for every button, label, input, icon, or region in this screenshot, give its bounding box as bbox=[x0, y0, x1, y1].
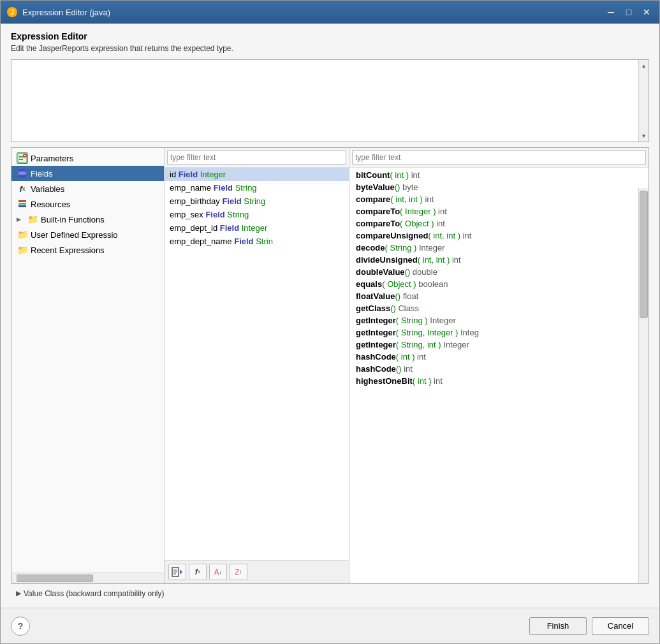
field-emp-sex[interactable]: emp_sex Field String bbox=[165, 208, 349, 221]
expand-arrow: ▶ bbox=[17, 216, 24, 223]
variables-icon: fx bbox=[17, 183, 28, 194]
right-scrollbar[interactable] bbox=[638, 188, 649, 583]
middle-filter-input[interactable] bbox=[167, 150, 346, 165]
recent-label: Recent Expressions bbox=[31, 245, 105, 255]
resources-label: Resources bbox=[31, 200, 70, 209]
field-emp-dept-id[interactable]: emp_dept_id Field Integer bbox=[165, 221, 349, 235]
svg-text:J: J bbox=[10, 9, 14, 16]
title-bar: J Expression Editor (java) ─ □ ✕ bbox=[1, 1, 659, 24]
title-controls: ─ □ ✕ bbox=[603, 5, 654, 19]
scroll-up-arrow[interactable]: ▲ bbox=[640, 61, 649, 70]
method-doublevalue[interactable]: doubleValue() double bbox=[349, 266, 649, 278]
method-compareto-object[interactable]: compareTo( Object ) int bbox=[349, 217, 649, 230]
params-label: Parameters bbox=[31, 154, 73, 163]
method-getinteger-string-int[interactable]: getInteger( String, int ) Integer bbox=[349, 339, 649, 351]
svg-marker-18 bbox=[180, 569, 182, 574]
method-hashcode-int[interactable]: hashCode( int ) int bbox=[349, 351, 649, 363]
method-equals[interactable]: equals( Object ) boolean bbox=[349, 278, 649, 290]
action-buttons: Finish Cancel bbox=[529, 617, 649, 635]
method-getinteger-string-integer[interactable]: getInteger( String, Integer ) Integ bbox=[349, 326, 649, 339]
expression-button[interactable]: fx bbox=[189, 564, 207, 580]
params-icon bbox=[17, 152, 28, 164]
method-hashcode[interactable]: hashCode() int bbox=[349, 363, 649, 375]
method-compare[interactable]: compare( int, int ) int bbox=[349, 193, 649, 205]
method-divideunsigned[interactable]: divideUnsigned( int, int ) int bbox=[349, 254, 649, 266]
variables-label: Variables bbox=[31, 184, 64, 194]
method-compareto-integer[interactable]: compareTo( Integer ) int bbox=[349, 205, 649, 217]
right-filter-bar bbox=[349, 148, 649, 168]
panels-container: Parameters Fields bbox=[11, 147, 649, 583]
right-filter-input[interactable] bbox=[352, 150, 646, 165]
right-panel: bitCount( int ) int byteValue() byte com… bbox=[349, 148, 649, 583]
folder-icon-recent: 📁 bbox=[17, 244, 28, 256]
maximize-button[interactable]: □ bbox=[621, 5, 636, 19]
close-button[interactable]: ✕ bbox=[639, 5, 654, 19]
sidebar-item-parameters[interactable]: Parameters bbox=[11, 150, 164, 166]
value-class-expand[interactable]: ▶ bbox=[16, 589, 21, 597]
field-id[interactable]: id Field Integer bbox=[165, 168, 349, 181]
method-getclass[interactable]: getClass() Class bbox=[349, 302, 649, 314]
field-emp-name[interactable]: emp_name Field String bbox=[165, 181, 349, 194]
builtin-label: Built-in Functions bbox=[41, 215, 105, 224]
middle-panel: id Field Integer emp_name Field String e… bbox=[165, 148, 349, 583]
sidebar-item-fields[interactable]: Fields bbox=[11, 166, 164, 181]
svg-rect-12 bbox=[18, 203, 26, 205]
middle-toolbar: fx A↓ Z↑ bbox=[165, 560, 349, 583]
sidebar-item-builtin[interactable]: ▶ 📁 Built-in Functions bbox=[11, 212, 164, 227]
method-floatvalue[interactable]: floatValue() float bbox=[349, 290, 649, 302]
app-icon: J bbox=[6, 6, 18, 18]
resources-icon bbox=[17, 198, 28, 210]
method-bitcount[interactable]: bitCount( int ) int bbox=[349, 169, 649, 181]
folder-icon-builtin: 📁 bbox=[27, 214, 38, 225]
content-area: Expression Editor Edit the JasperReports… bbox=[1, 24, 659, 608]
dialog: J Expression Editor (java) ─ □ ✕ Express… bbox=[0, 0, 660, 644]
help-button[interactable]: ? bbox=[11, 617, 30, 636]
tree-area: Parameters Fields bbox=[11, 148, 164, 573]
sidebar-item-resources[interactable]: Resources bbox=[11, 196, 164, 212]
left-scrollbar-thumb[interactable] bbox=[17, 574, 93, 582]
right-scrollbar-thumb[interactable] bbox=[640, 191, 648, 318]
user-defined-label: User Defined Expressio bbox=[31, 230, 118, 240]
expression-editor[interactable]: ▲ ▼ bbox=[11, 59, 649, 142]
cancel-button[interactable]: Cancel bbox=[592, 617, 649, 635]
method-compareunsigned[interactable]: compareUnsigned( int, int ) int bbox=[349, 230, 649, 242]
svg-rect-13 bbox=[18, 205, 26, 207]
value-class-label: Value Class (backward compatibility only… bbox=[24, 589, 165, 598]
method-highestonebit[interactable]: highestOneBit( int ) int bbox=[349, 375, 649, 387]
button-bar: ? Finish Cancel bbox=[1, 608, 659, 643]
section-title: Expression Editor bbox=[11, 31, 649, 41]
method-bytevalue[interactable]: byteValue() byte bbox=[349, 181, 649, 193]
fields-label: Fields bbox=[31, 169, 53, 179]
scroll-down-arrow[interactable]: ▼ bbox=[640, 131, 649, 140]
method-getinteger-string[interactable]: getInteger( String ) Integer bbox=[349, 314, 649, 326]
dialog-title: Expression Editor (java) bbox=[22, 8, 599, 17]
svg-rect-4 bbox=[19, 159, 23, 160]
field-emp-dept-name[interactable]: emp_dept_name Field Strin bbox=[165, 235, 349, 248]
method-decode[interactable]: decode( String ) Integer bbox=[349, 242, 649, 254]
expression-scrollbar[interactable]: ▲ ▼ bbox=[638, 60, 649, 142]
finish-button[interactable]: Finish bbox=[529, 617, 587, 635]
sort-desc-button[interactable]: Z↑ bbox=[230, 564, 247, 580]
svg-rect-6 bbox=[24, 155, 26, 156]
sidebar-item-variables[interactable]: fx Variables bbox=[11, 181, 164, 196]
insert-field-button[interactable] bbox=[168, 564, 186, 580]
fields-icon bbox=[17, 168, 28, 179]
folder-icon-user: 📁 bbox=[17, 229, 28, 240]
svg-point-10 bbox=[18, 172, 26, 175]
left-panel: Parameters Fields bbox=[11, 148, 165, 583]
field-emp-birthday[interactable]: emp_birthday Field String bbox=[165, 194, 349, 208]
svg-rect-11 bbox=[18, 200, 26, 202]
middle-filter-bar bbox=[165, 148, 349, 168]
methods-list: bitCount( int ) int byteValue() byte com… bbox=[349, 168, 649, 583]
left-scrollbar[interactable] bbox=[11, 573, 164, 583]
value-class-bar: ▶ Value Class (backward compatibility on… bbox=[11, 583, 649, 603]
sidebar-item-recent[interactable]: 📁 Recent Expressions bbox=[11, 242, 164, 258]
minimize-button[interactable]: ─ bbox=[603, 5, 619, 19]
section-description: Edit the JasperReports expression that r… bbox=[11, 44, 649, 53]
sort-asc-button[interactable]: A↓ bbox=[209, 564, 227, 580]
fields-list: id Field Integer emp_name Field String e… bbox=[165, 168, 349, 560]
sidebar-item-user-defined[interactable]: 📁 User Defined Expressio bbox=[11, 227, 164, 242]
